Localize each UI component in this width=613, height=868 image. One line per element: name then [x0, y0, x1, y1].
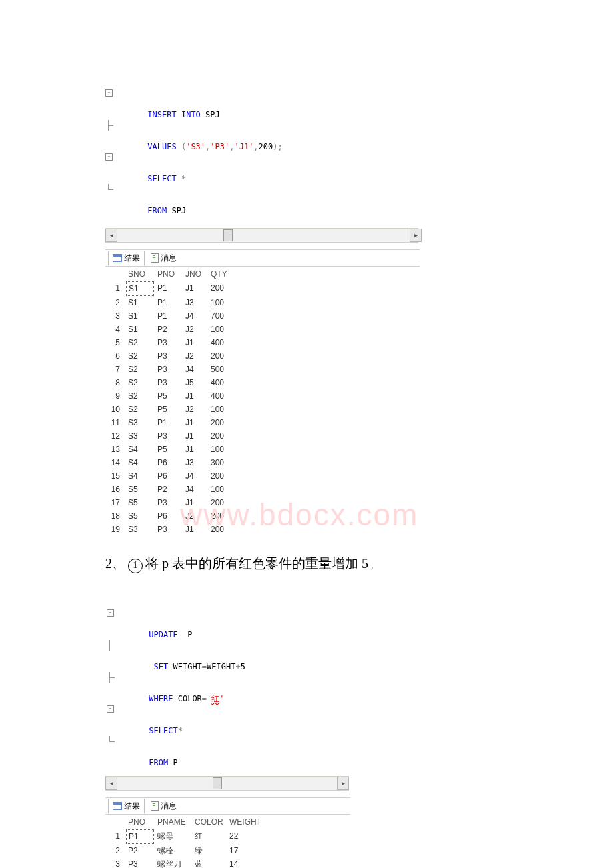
scroll-left-icon[interactable]: ◂	[105, 777, 117, 790]
sql-block-1: - INSERT INTO SPJ VALUES ('S3','P3','J1'…	[105, 67, 546, 216]
table-row[interactable]: 19S3P3J1200	[105, 523, 279, 536]
table-row[interactable]: 3S1P1J4700	[105, 309, 279, 323]
table-row[interactable]: 1P1螺母红22	[105, 829, 305, 844]
horizontal-scrollbar[interactable]: ◂ ▸	[105, 228, 418, 243]
table-row[interactable]: 13S4P5J1100	[105, 443, 279, 456]
table-row[interactable]: 17S5P3J1200	[105, 496, 279, 509]
cell: P3	[155, 336, 183, 349]
cell: S4	[125, 456, 155, 469]
row-number: 3	[105, 857, 125, 868]
cell: 400	[208, 376, 235, 389]
scroll-thumb[interactable]	[223, 229, 233, 241]
cell: J1	[183, 336, 208, 349]
cell: S2	[125, 403, 155, 416]
cell: 100	[208, 443, 235, 456]
sql-block-2: - UPDATE P SET WEIGHT=WEIGHT+5 WHERE COL…	[107, 587, 546, 768]
cell: 17	[227, 844, 264, 857]
results-grid-2: PNO PNAME COLOR WEIGHT 1P1螺母红222P2螺栓绿173…	[105, 815, 546, 868]
row-number: 2	[105, 844, 125, 857]
row-number: 4	[105, 323, 125, 336]
table-row[interactable]: 11S3P1J1200	[105, 416, 279, 429]
cell: 蓝	[192, 857, 227, 868]
cell: S3	[125, 523, 155, 536]
row-number: 1	[105, 829, 125, 844]
cell: J2	[183, 323, 208, 336]
cell: J1	[183, 429, 208, 443]
row-number: 2	[105, 296, 125, 309]
table-row[interactable]: 16S5P2J4100	[105, 483, 279, 496]
cell: J4	[183, 469, 208, 483]
cell: P3	[155, 349, 183, 363]
circle-number-icon: 1	[128, 559, 143, 573]
question-index: 2、	[105, 555, 125, 573]
results-grid-1: SNO PNO JNO QTY 1S1P1J12002S1P1J31003S1P…	[105, 267, 546, 536]
table-row[interactable]: 9S2P5J1400	[105, 389, 279, 403]
table-row[interactable]: 15S4P6J4200	[105, 469, 279, 483]
table-row[interactable]: 18S5P6J2200	[105, 509, 279, 523]
cell: P2	[155, 483, 183, 496]
row-number: 8	[105, 376, 125, 389]
cell: 700	[208, 309, 235, 323]
cell: 红	[192, 829, 227, 844]
cell: J1	[183, 443, 208, 456]
cell: P5	[155, 403, 183, 416]
tree-marker-minus-icon: -	[107, 705, 114, 713]
cell: J1	[183, 389, 208, 403]
doc-icon	[151, 801, 159, 811]
cell: 400	[208, 389, 235, 403]
table-row[interactable]: 2S1P1J3100	[105, 296, 279, 309]
grid-header-row: SNO PNO JNO QTY	[105, 267, 279, 281]
scroll-thumb[interactable]	[213, 777, 222, 789]
cell: P3	[125, 857, 155, 868]
cell: 螺栓	[155, 844, 192, 857]
cell: S1	[125, 309, 155, 323]
cell: J2	[183, 509, 208, 523]
cell: S5	[125, 483, 155, 496]
cell: S1	[125, 296, 155, 309]
table-row[interactable]: 10S2P5J2100	[105, 403, 279, 416]
horizontal-scrollbar[interactable]: ◂ ▸	[105, 776, 349, 791]
scroll-right-icon[interactable]: ▸	[410, 229, 422, 242]
results-tabs: 结果 消息	[105, 249, 420, 267]
table-row[interactable]: 3P3螺丝刀蓝14	[105, 857, 305, 868]
table-row[interactable]: 4S1P2J2100	[105, 323, 279, 336]
cell: J5	[183, 376, 208, 389]
table-row[interactable]: 12S3P3J1200	[105, 429, 279, 443]
row-number: 19	[105, 523, 125, 536]
table-row[interactable]: 1S1P1J1200	[105, 281, 279, 296]
cell: J2	[183, 403, 208, 416]
tab-results[interactable]: 结果	[108, 251, 145, 266]
row-number: 9	[105, 389, 125, 403]
table-row[interactable]: 8S2P3J5400	[105, 376, 279, 389]
cell: 22	[227, 829, 264, 844]
row-number: 11	[105, 416, 125, 429]
cell: S2	[125, 349, 155, 363]
cell: S2	[125, 376, 155, 389]
grid-header-row: PNO PNAME COLOR WEIGHT	[105, 815, 305, 829]
row-number: 12	[105, 429, 125, 443]
question-1: 2、 1 将 p 表中的所有红色零件的重量增加 5。	[105, 555, 546, 573]
cell: J1	[183, 523, 208, 536]
row-number: 6	[105, 349, 125, 363]
row-number: 5	[105, 336, 125, 349]
table-row[interactable]: 5S2P3J1400	[105, 336, 279, 349]
tab-messages[interactable]: 消息	[146, 251, 181, 266]
tab-results[interactable]: 结果	[108, 799, 145, 814]
cell: J4	[183, 309, 208, 323]
table-row[interactable]: 7S2P3J4500	[105, 363, 279, 376]
tree-marker-minus-icon: -	[105, 89, 113, 97]
table-row[interactable]: 14S4P6J3300	[105, 456, 279, 469]
scroll-left-icon[interactable]: ◂	[105, 229, 117, 242]
cell: 300	[208, 456, 235, 469]
cell: P6	[155, 509, 183, 523]
cell: 200	[208, 523, 235, 536]
cell: P3	[155, 523, 183, 536]
cell: P3	[155, 429, 183, 443]
cell: 200	[208, 281, 235, 296]
scroll-right-icon[interactable]: ▸	[337, 777, 349, 790]
table-row[interactable]: 6S2P3J2200	[105, 349, 279, 363]
tab-messages[interactable]: 消息	[146, 799, 181, 814]
table-row[interactable]: 2P2螺栓绿17	[105, 844, 305, 857]
row-number: 3	[105, 309, 125, 323]
cell: P1	[155, 416, 183, 429]
